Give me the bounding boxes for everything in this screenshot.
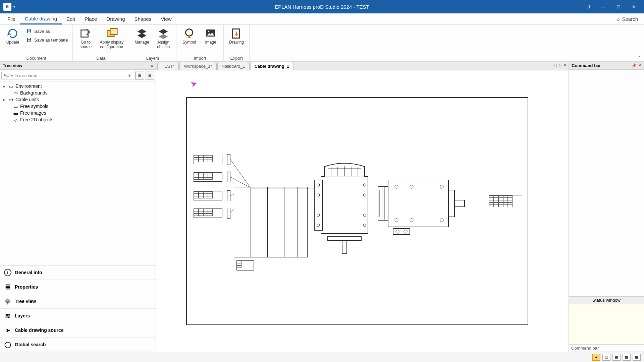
left-panel: Tree view « ▾ ⊞ ⊟ ▸ ▭ Environment ▭ Back… xyxy=(0,62,156,352)
save-as-button[interactable]: Save as xyxy=(25,27,69,35)
ribbon-group-data: Go to source Apply display configuration… xyxy=(73,25,129,61)
svg-rect-3 xyxy=(28,40,31,42)
import-image-button[interactable]: Image xyxy=(201,27,220,46)
env-icon: ▭ xyxy=(8,84,14,89)
side-tab-tree-view[interactable]: Tree view xyxy=(0,294,156,309)
snap-grid-button-1[interactable]: □ xyxy=(602,354,610,361)
properties-icon xyxy=(4,283,11,291)
qat-dropdown-icon[interactable]: ▾ xyxy=(13,5,15,9)
status-window-body xyxy=(569,304,644,344)
menu-file[interactable]: File xyxy=(3,14,20,24)
window-maximize-icon[interactable]: □ xyxy=(614,4,623,9)
window-minimize-icon[interactable]: ― xyxy=(599,4,607,9)
doc-tab-workspace[interactable]: Workspace_1* xyxy=(179,62,216,70)
import-symbol-icon xyxy=(183,27,195,40)
symbol-icon: ▭ xyxy=(13,104,19,109)
svg-line-11 xyxy=(230,160,251,188)
side-tab-general-info[interactable]: i General info xyxy=(0,265,156,280)
connector-table xyxy=(194,208,222,218)
drawing-frame xyxy=(186,97,528,325)
snap-grid-button-2[interactable]: ▦ xyxy=(612,354,621,361)
side-tab-layers[interactable]: Layers xyxy=(0,309,156,323)
drawing-canvas[interactable]: ➤ xyxy=(156,70,569,352)
layers-icon xyxy=(4,312,11,319)
apply-display-icon xyxy=(106,27,118,40)
connector-pins xyxy=(227,172,230,182)
bg-icon: ▭ xyxy=(13,90,19,96)
panel-close-icon[interactable]: ✕ xyxy=(638,63,641,68)
import-symbol-button[interactable]: Symbol xyxy=(180,27,199,46)
expander-icon[interactable]: ▸ xyxy=(2,84,7,88)
canvas-area: TEST* Workspace_1* Nailboard_1 Cable dra… xyxy=(156,62,569,352)
svg-rect-1 xyxy=(28,32,31,33)
snap-add-button[interactable]: + xyxy=(592,354,600,361)
apply-display-config-button[interactable]: Apply display configuration xyxy=(98,27,125,50)
window-close-icon[interactable]: ✕ xyxy=(630,4,638,9)
doc-tab-cable-drawing[interactable]: Cable drawing_1 xyxy=(250,62,293,70)
tab-scroll-right-icon[interactable]: ▷ xyxy=(559,63,561,67)
title-bar: E ▾ EPLAN Harness proD Studio 2024 - TES… xyxy=(0,0,644,13)
side-tab-global-search[interactable]: Global search xyxy=(0,338,156,352)
tree-node-environment[interactable]: ▸ ▭ Environment xyxy=(1,83,155,89)
ribbon: Update Save as Save as template Document xyxy=(0,25,644,62)
ribbon-group-label: Document xyxy=(3,55,69,61)
menu-cable-drawing[interactable]: Cable drawing xyxy=(20,14,62,24)
tab-close-icon[interactable]: ✕ xyxy=(564,63,567,67)
connector-pins xyxy=(227,208,230,219)
tree-filter-input[interactable] xyxy=(1,72,136,79)
menu-drawing[interactable]: Drawing xyxy=(102,14,129,24)
panel-pin-icon[interactable]: 📌 xyxy=(632,63,636,68)
tree-collapse-all-button[interactable]: ⊟ xyxy=(146,71,154,80)
source-icon xyxy=(4,326,11,334)
search-box[interactable]: ⌕ Search xyxy=(617,16,641,22)
collapse-left-icon[interactable]: « xyxy=(151,63,153,68)
svg-line-12 xyxy=(230,177,251,188)
ribbon-group-label: Export xyxy=(227,55,246,61)
tree-node-free-symbols[interactable]: ▭ Free symbols xyxy=(1,103,155,110)
side-tab-properties[interactable]: Properties xyxy=(0,280,156,294)
manage-layers-button[interactable]: Manage xyxy=(132,27,151,46)
tree-expand-all-button[interactable]: ⊞ xyxy=(136,71,144,80)
svg-rect-0 xyxy=(28,29,30,31)
save-as-template-button[interactable]: Save as template xyxy=(25,36,69,44)
doc-tab-test[interactable]: TEST* xyxy=(157,62,179,70)
expander-icon[interactable]: ▸ xyxy=(2,98,7,102)
svg-rect-4 xyxy=(81,30,88,37)
tree-node-backgrounds[interactable]: ▭ Backgrounds xyxy=(1,89,155,96)
ribbon-group-label: Import xyxy=(180,55,220,61)
tree-node-free-2d-objects[interactable]: ◇ Free 2D objects xyxy=(1,116,155,123)
menu-bar: File Cable drawing Edit Place Drawing Sh… xyxy=(0,13,644,25)
command-bar-input[interactable]: Command bar xyxy=(569,344,644,352)
export-drawing-icon xyxy=(230,27,243,40)
connector-pins xyxy=(227,154,230,165)
snap-grid-button-4[interactable]: ▦ xyxy=(633,354,641,361)
save-icon xyxy=(26,28,32,34)
tree-node-cable-units[interactable]: ▸ ⊶ Cable units xyxy=(1,96,155,103)
side-tab-cable-drawing-source[interactable]: Cable drawing source xyxy=(0,323,156,338)
tab-scroll-left-icon[interactable]: ◁ xyxy=(554,63,557,67)
menu-place[interactable]: Place xyxy=(80,14,102,24)
tree-view-header: Tree view « xyxy=(0,62,156,70)
window-restore-down-icon[interactable]: ❐ xyxy=(584,4,592,9)
tree-node-free-images[interactable]: ▬ Free images xyxy=(1,110,155,116)
menu-view[interactable]: View xyxy=(156,14,176,24)
window-title: EPLAN Harness proD Studio 2024 - TEST xyxy=(275,4,369,10)
svg-rect-6 xyxy=(110,28,117,35)
assign-objects-button[interactable]: Assign objects xyxy=(154,27,173,50)
go-to-source-button[interactable]: Go to source xyxy=(76,27,95,50)
svg-point-9 xyxy=(208,31,210,33)
svg-rect-33 xyxy=(388,180,448,227)
ribbon-collapse-icon[interactable]: ⌃ xyxy=(638,55,641,60)
export-drawing-button[interactable]: Drawing xyxy=(227,27,246,46)
update-button[interactable]: Update xyxy=(3,27,22,46)
import-image-icon xyxy=(205,27,217,40)
menu-shapes[interactable]: Shapes xyxy=(129,14,156,24)
tree-icon xyxy=(4,298,11,305)
layers-manage-icon xyxy=(136,27,148,40)
document-tabs: TEST* Workspace_1* Nailboard_1 Cable dra… xyxy=(156,62,569,70)
global-search-icon xyxy=(4,341,11,348)
snap-grid-button-3[interactable]: ▦ xyxy=(623,354,631,361)
doc-tab-nailboard[interactable]: Nailboard_1 xyxy=(217,62,250,70)
label-table xyxy=(236,260,254,270)
menu-edit[interactable]: Edit xyxy=(62,14,80,24)
